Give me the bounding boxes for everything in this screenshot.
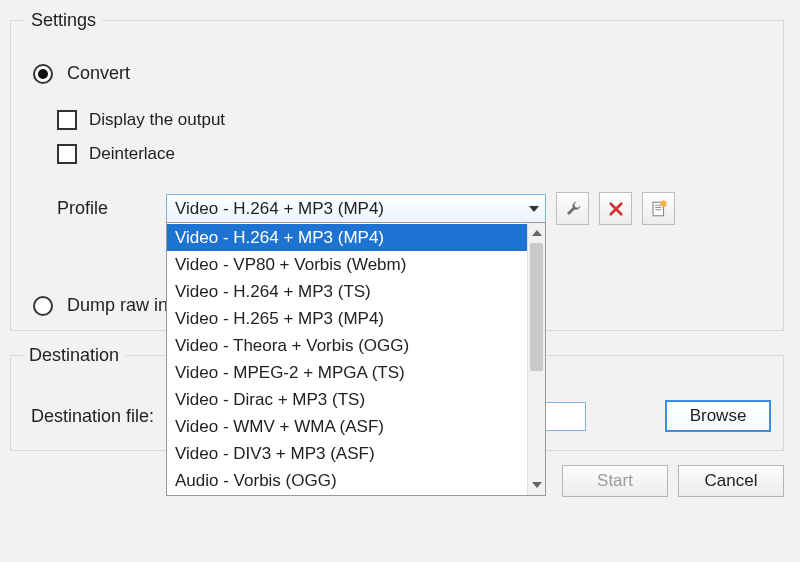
profile-option[interactable]: Video - H.264 + MP3 (TS): [167, 278, 527, 305]
profile-dropdown: Video - H.264 + MP3 (MP4) Video - VP80 +…: [166, 222, 546, 496]
profile-option[interactable]: Video - VP80 + Vorbis (Webm): [167, 251, 527, 278]
display-output-checkbox[interactable]: [57, 110, 77, 130]
cancel-button[interactable]: Cancel: [678, 465, 784, 497]
chevron-down-icon: [529, 206, 539, 212]
dump-raw-label: Dump raw in: [67, 295, 168, 316]
profile-combo-box[interactable]: Video - H.264 + MP3 (MP4): [166, 194, 546, 223]
convert-radio[interactable]: [33, 64, 53, 84]
convert-label: Convert: [67, 63, 130, 84]
convert-dialog: Settings Convert Display the output Dein…: [0, 0, 800, 562]
new-profile-icon: [650, 200, 668, 218]
profile-row: Profile Video - H.264 + MP3 (MP4) Video …: [33, 192, 771, 225]
svg-point-4: [660, 200, 666, 206]
profile-label: Profile: [57, 198, 108, 219]
profile-option[interactable]: Video - Dirac + MP3 (TS): [167, 386, 527, 413]
profile-option[interactable]: Video - Theora + Vorbis (OGG): [167, 332, 527, 359]
profile-combo[interactable]: Video - H.264 + MP3 (MP4) Video - H.264 …: [166, 194, 546, 223]
profile-option[interactable]: Video - H.264 + MP3 (MP4): [167, 224, 527, 251]
settings-group: Settings Convert Display the output Dein…: [10, 10, 784, 331]
profile-option[interactable]: Audio - Vorbis (OGG): [167, 467, 527, 494]
deinterlace-label: Deinterlace: [89, 144, 175, 164]
wrench-icon: [564, 200, 582, 218]
edit-profile-button[interactable]: [556, 192, 589, 225]
dropdown-scrollbar[interactable]: [527, 223, 545, 495]
convert-row: Convert: [33, 63, 771, 84]
display-output-label: Display the output: [89, 110, 225, 130]
profile-option[interactable]: Video - H.265 + MP3 (MP4): [167, 305, 527, 332]
chevron-up-icon: [532, 230, 542, 236]
chevron-down-icon: [532, 482, 542, 488]
destination-legend: Destination: [23, 345, 125, 366]
settings-legend: Settings: [25, 10, 102, 31]
deinterlace-checkbox[interactable]: [57, 144, 77, 164]
scroll-thumb[interactable]: [530, 243, 543, 371]
delete-icon: [607, 200, 625, 218]
new-profile-button[interactable]: [642, 192, 675, 225]
scroll-down-button[interactable]: [528, 475, 545, 495]
deinterlace-row: Deinterlace: [57, 144, 771, 164]
display-output-row: Display the output: [57, 110, 771, 130]
profile-selected: Video - H.264 + MP3 (MP4): [175, 199, 384, 219]
dump-raw-radio[interactable]: [33, 296, 53, 316]
destination-file-label: Destination file:: [31, 406, 154, 427]
browse-button[interactable]: Browse: [665, 400, 771, 432]
profile-option[interactable]: Video - WMV + WMA (ASF): [167, 413, 527, 440]
profile-options: Video - H.264 + MP3 (MP4) Video - VP80 +…: [167, 223, 527, 495]
profile-option[interactable]: Video - DIV3 + MP3 (ASF): [167, 440, 527, 467]
scroll-up-button[interactable]: [528, 223, 545, 243]
profile-option[interactable]: Video - MPEG-2 + MPGA (TS): [167, 359, 527, 386]
scroll-track[interactable]: [528, 243, 545, 475]
delete-profile-button[interactable]: [599, 192, 632, 225]
start-button[interactable]: Start: [562, 465, 668, 497]
